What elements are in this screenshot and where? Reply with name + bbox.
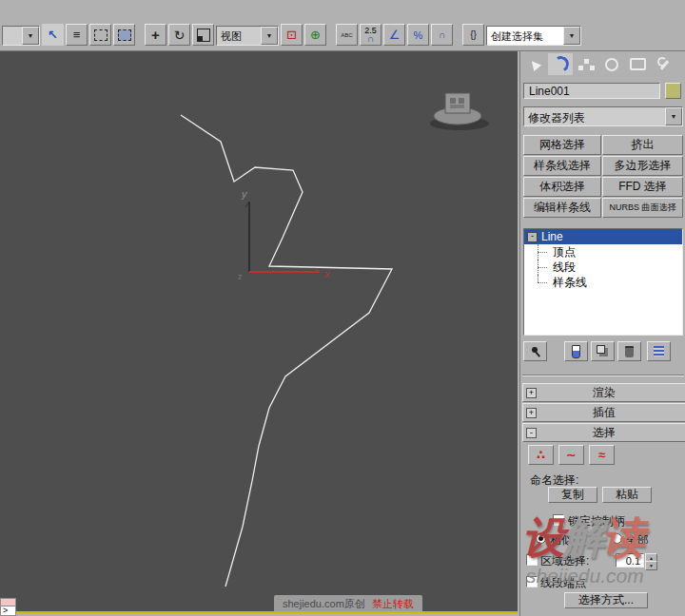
show-end-result-button[interactable] [564,341,588,361]
marquee-rect-icon [94,29,108,41]
chevron-down-icon[interactable]: ▼ [665,107,682,125]
select-by-name-icon: ≡ [73,28,81,42]
stack-child-label: 样条线 [553,275,587,291]
spline-select-button[interactable]: 样条线选择 [523,156,601,176]
select-and-scale-button[interactable] [192,24,214,46]
pin-stack-button[interactable] [523,341,547,361]
teapot-logo [430,93,489,130]
make-unique-button[interactable] [591,341,615,361]
extrude-button[interactable]: 挤出 [602,135,683,155]
snap-toggle-button[interactable]: 2.5 ∩ [360,24,382,46]
edit-spline-button[interactable]: 编辑样条线 [523,198,601,218]
spline [181,115,392,587]
object-name-field[interactable]: Line001 [523,83,660,99]
segment-subobject-button[interactable]: ∼ [558,445,584,465]
object-color-swatch[interactable] [665,83,681,99]
magnet-icon: ∩ [439,31,445,39]
tab-modify[interactable] [548,53,573,75]
named-selection-sets-icon: {} [470,29,477,40]
percent-snap-icon: % [414,29,423,41]
volume-select-button[interactable]: 体积选择 [523,177,601,197]
reference-coordinate-dropdown[interactable]: 视图 ▼ [216,26,279,46]
stack-item-vertex[interactable]: 顶点 [524,244,682,260]
select-by-name-button[interactable]: ≡ [66,24,88,46]
tab-motion[interactable] [599,53,624,75]
window-crossing-toggle-button[interactable] [113,24,135,46]
window-crossing-icon [118,29,131,41]
maxscript-mini-listener[interactable]: > [0,598,16,616]
selection-filter-dropdown[interactable]: ▼ [2,26,40,46]
badge-warning-text: 禁止转载 [372,598,414,609]
configure-sets-icon [654,346,664,356]
tab-display[interactable] [625,53,650,75]
tab-create[interactable] [522,53,547,75]
axis-origin-label: z [238,272,243,281]
scale-icon [197,29,210,42]
percent-snap-button[interactable]: % [407,24,429,46]
use-pivot-center-button[interactable]: ⊡ [281,24,303,46]
rollout-interpolation[interactable]: + 插值 [522,403,685,422]
spline-icon: ≈ [598,448,605,462]
viewport[interactable]: y x z shejiedu.com原创 禁止转载 [0,51,518,613]
stack-item-segment[interactable]: 线段 [524,260,682,275]
spinner-snap-button[interactable]: ∩ [431,24,453,46]
mesh-select-button[interactable]: 网格选择 [523,135,601,155]
stack-item-line[interactable]: - Line [524,229,682,244]
edit-named-selections-button[interactable]: {} [462,24,484,46]
named-selection-set-combo[interactable]: 创建选择集 ▼ [486,26,581,46]
remove-modifier-button[interactable] [617,341,641,361]
poly-select-button[interactable]: 多边形选择 [602,156,683,176]
panel-separator [522,375,684,376]
keyboard-icon: ABC [341,32,352,38]
manipulate-icon: ⊕ [310,28,321,42]
duplicate-squares-icon [597,345,605,354]
expand-plus-icon[interactable]: + [526,408,537,418]
axis-y-label: y [241,188,248,200]
spline-subobject-button[interactable]: ≈ [589,445,615,465]
rotate-circle-icon: ↻ [174,28,186,43]
utilities-wrench-icon [656,57,671,71]
expand-plus-icon[interactable]: + [526,388,537,398]
configure-modifier-sets-button[interactable] [647,341,671,361]
rollout-label: 渲染 [523,385,685,401]
spinner-down-icon[interactable]: ▼ [645,561,657,570]
vertex-subobject-button[interactable]: ∴ [528,445,554,465]
nurbs-surface-select-button[interactable]: NURBS 曲面选择 [602,198,683,218]
stack-item-spline[interactable]: 样条线 [524,275,682,290]
select-and-rotate-button[interactable]: ↻ [168,24,190,46]
chevron-down-icon[interactable]: ▼ [563,27,580,45]
magnet-icon: ∩ [367,35,374,43]
subobject-buttons: ∴ ∼ ≈ [528,445,615,465]
select-by-button[interactable]: 选择方式... [564,592,648,608]
copy-button[interactable]: 复制 [548,487,597,503]
ffd-select-button[interactable]: FFD 选择 [602,177,683,197]
modifier-list-dropdown[interactable]: 修改器列表 ▼ [523,106,683,126]
tab-utilities[interactable] [651,53,675,75]
collapse-minus-icon[interactable]: - [526,428,537,438]
chevron-down-icon[interactable]: ▼ [261,27,278,45]
reference-coordinate-value: 视图 [217,27,261,45]
angle-snap-icon: ∠ [389,28,401,42]
main-toolbar: ▼ ↖ ≡ + ↻ 视图 ▼ ⊡ ⊕ ABC 2.5 ∩ ∠ % [0,0,685,51]
select-and-move-button[interactable]: + [145,24,166,46]
select-object-button[interactable]: ↖ [42,24,64,46]
collapse-minus-icon[interactable]: - [527,232,538,242]
rollout-selection[interactable]: - 选择 [522,423,685,442]
angle-snap-button[interactable]: ∠ [383,24,405,46]
chevron-down-icon[interactable]: ▼ [22,27,39,45]
paste-button[interactable]: 粘贴 [602,487,652,503]
move-cross-icon: + [151,27,160,43]
keyboard-override-button[interactable]: ABC [336,24,358,46]
rectangular-selection-region-button[interactable] [89,24,111,46]
tab-hierarchy[interactable] [574,53,598,75]
stack-child-label: 线段 [553,260,576,276]
segment-icon: ∼ [566,448,577,462]
command-panel-tabs [522,53,675,75]
rollout-rendering[interactable]: + 渲染 [522,383,685,402]
viewport-canvas: y x z [0,51,518,611]
select-and-manipulate-button[interactable]: ⊕ [304,24,326,46]
watermark-title: 设解读 [522,510,642,567]
mini-listener-prompt[interactable]: > [0,606,16,616]
viewport-watermark-badge: shejiedu.com原创 禁止转载 [274,595,422,613]
rollout-label: 插值 [523,405,685,421]
